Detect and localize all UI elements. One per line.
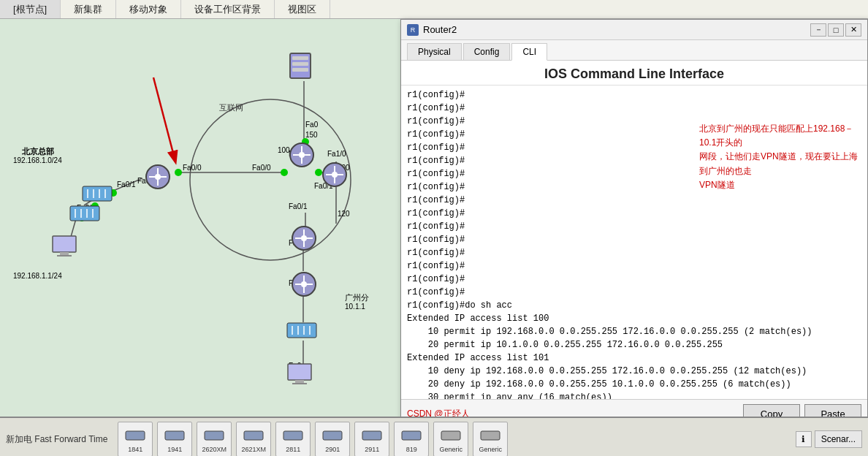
cli-tabs: Physical Config CLI	[401, 40, 867, 61]
router-top[interactable]	[289, 142, 315, 168]
svg-text:Fa0: Fa0	[305, 121, 319, 129]
menu-root[interactable]: [根节点]	[0, 0, 61, 18]
cli-line-9: r1(config)#	[407, 194, 861, 207]
info-button[interactable]: ℹ	[796, 431, 812, 447]
switch-1[interactable]	[82, 186, 113, 202]
svg-rect-70	[70, 206, 99, 221]
cli-line-23: 20 deny ip 192.168.0.0 0.0.255.255 10.1.…	[407, 378, 861, 391]
cli-line-17: r1(config)#do sh acc	[407, 299, 861, 312]
router-right[interactable]	[321, 162, 348, 188]
svg-text:192.168.1.1/24: 192.168.1.1/24	[13, 272, 62, 280]
scenario-button[interactable]: Scenar...	[815, 430, 862, 448]
svg-rect-103	[481, 431, 500, 440]
svg-line-12	[153, 77, 175, 162]
svg-line-9	[113, 178, 142, 191]
svg-point-64	[155, 174, 161, 180]
menu-cluster[interactable]: 新集群	[61, 0, 116, 18]
device-generic-2[interactable]: Generic	[473, 422, 508, 456]
svg-rect-65	[83, 186, 112, 201]
svg-text:192.168.1.0/24: 192.168.1.0/24	[13, 156, 62, 164]
cli-line-22: 10 deny ip 192.168.0.0 0.0.255.255 172.1…	[407, 365, 861, 378]
device-generic-1[interactable]: Generic	[433, 422, 468, 456]
svg-rect-98	[283, 431, 302, 440]
cli-line-16: r1(config)#	[407, 286, 861, 299]
svg-text:互联网: 互联网	[219, 103, 243, 112]
cli-line-14: r1(config)#	[407, 259, 861, 273]
svg-rect-94	[126, 431, 145, 440]
svg-rect-76	[60, 252, 69, 255]
svg-rect-77	[57, 255, 72, 256]
svg-text:150: 150	[305, 131, 318, 139]
cli-line-20: 20 permit ip 10.1.0.0 0.0.255.255 172.16…	[407, 338, 861, 352]
cli-line-12: r1(config)#	[407, 233, 861, 246]
svg-text:Fa0/0: Fa0/0	[183, 164, 202, 172]
svg-rect-86	[287, 323, 316, 338]
svg-point-56	[299, 152, 305, 158]
svg-rect-75	[53, 236, 76, 252]
close-button[interactable]: ✕	[845, 23, 861, 37]
cli-line-13: r1(config)#	[407, 246, 861, 259]
device-2620xm[interactable]: 2620XM	[197, 422, 232, 456]
pc-1[interactable]	[51, 235, 77, 258]
svg-text:Fa0/0: Fa0/0	[252, 164, 271, 172]
switch-2[interactable]	[69, 205, 100, 221]
cli-line-18: Extended IP access list 100	[407, 312, 861, 325]
svg-text:Fa1/0: Fa1/0	[327, 150, 346, 158]
device-2911[interactable]: 2911	[354, 422, 389, 456]
device-1941[interactable]: 1941	[157, 422, 192, 456]
menu-bar: [根节点] 新集群 移动对象 设备工作区背景 视图区	[0, 0, 868, 19]
menu-move[interactable]: 移动对象	[116, 0, 181, 18]
minimize-button[interactable]: －	[810, 23, 826, 37]
cli-window-title: Router2	[423, 24, 809, 35]
cli-line-1: r1(config)#	[407, 88, 861, 102]
bottom-label: 新加电 Fast Forward Time	[6, 433, 107, 446]
router-bottom[interactable]	[291, 271, 317, 297]
cli-body[interactable]: r1(config)# r1(config)# r1(config)# r1(c…	[401, 86, 867, 399]
svg-text:10.1.1: 10.1.1	[345, 303, 365, 311]
router-left[interactable]	[145, 164, 171, 190]
maximize-button[interactable]: □	[828, 23, 844, 37]
svg-rect-101	[402, 431, 421, 440]
svg-point-40	[175, 169, 182, 176]
svg-text:Fa0/1: Fa0/1	[117, 180, 136, 189]
main-area: Fa0 150 Fa1/1 Fa0/0 Fa0/0 100 Fa1/0 200 …	[0, 19, 868, 417]
menu-view[interactable]: 视图区	[275, 0, 330, 18]
tab-cli[interactable]: CLI	[511, 43, 547, 61]
cli-line-10: r1(config)#	[407, 207, 861, 220]
cli-line-11: r1(config)#	[407, 220, 861, 233]
svg-rect-97	[244, 431, 263, 440]
cli-line-19: 10 permit ip 192.168.0.0 0.0.255.255 172…	[407, 325, 861, 338]
cli-titlebar: R Router2 － □ ✕	[401, 20, 867, 40]
cli-line-21: Extended IP access list 101	[407, 352, 861, 365]
router-icon: R	[407, 24, 419, 36]
device-1841[interactable]: 1841	[118, 422, 153, 456]
switch-3[interactable]	[286, 322, 317, 338]
cli-line-2: r1(config)#	[407, 102, 861, 115]
svg-rect-95	[165, 431, 184, 440]
svg-rect-50	[292, 56, 308, 60]
svg-text:北京总部: 北京总部	[21, 147, 54, 156]
bottom-bar: 新加电 Fast Forward Time 1841 1941 2620XM 2…	[0, 417, 868, 456]
cli-line-24: 30 permit ip any any (16 match(es))	[407, 391, 861, 399]
device-2621xm[interactable]: 2621XM	[236, 422, 271, 456]
svg-rect-100	[362, 431, 381, 440]
router-mid[interactable]	[291, 225, 317, 251]
server-node[interactable]	[289, 52, 312, 80]
pc-2[interactable]	[286, 362, 313, 386]
device-819[interactable]: 819	[394, 422, 429, 456]
svg-rect-93	[292, 383, 307, 384]
svg-rect-52	[292, 68, 308, 72]
cli-annotation: 北京到广州的现在只能匹配上192.168－10.1开头的网段，让他们走VPN隧道…	[699, 122, 860, 192]
tab-physical[interactable]: Physical	[407, 43, 462, 60]
svg-rect-96	[205, 431, 224, 440]
svg-text:120: 120	[338, 210, 350, 218]
svg-rect-91	[288, 364, 311, 380]
tab-config[interactable]: Config	[463, 43, 511, 60]
cli-line-15: r1(config)#	[407, 273, 861, 286]
device-2811[interactable]: 2811	[275, 422, 311, 456]
svg-point-42	[281, 169, 288, 176]
svg-rect-51	[292, 62, 308, 66]
device-2901[interactable]: 2901	[315, 422, 350, 456]
svg-text:Fa0/1: Fa0/1	[289, 202, 308, 210]
menu-workspace[interactable]: 设备工作区背景	[181, 0, 275, 18]
